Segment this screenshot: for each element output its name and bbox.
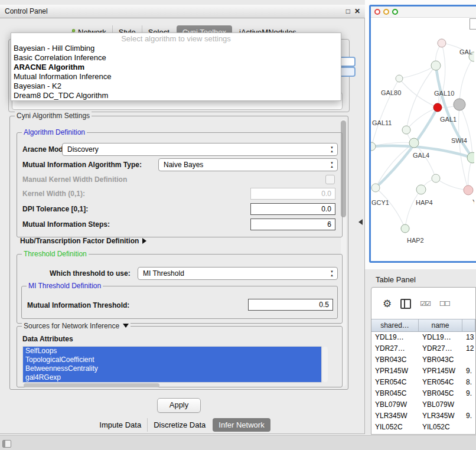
table-body: YDL19…YDL19…13YDR27…YDR27…12YBR043CYBR04… [371, 332, 475, 433]
table-cell: YLR345W [371, 410, 419, 422]
network-node[interactable] [402, 126, 410, 134]
network-window-titlebar [371, 6, 476, 18]
data-attribute-item[interactable]: BetweennessCentrality [23, 364, 321, 373]
network-node[interactable] [371, 142, 376, 151]
algorithm-menu-item[interactable]: Mutual Information Inference [11, 72, 341, 81]
algorithm-menu-item[interactable]: ARACNE Algorithm [11, 63, 341, 72]
dpi-tolerance-field[interactable]: 0.0 [250, 203, 335, 215]
data-attributes-list: SelfLoopsTopologicalCoefficientBetweenne… [22, 346, 322, 383]
gear-icon[interactable]: ⚙ [383, 299, 392, 309]
kernel-width-field[interactable]: 0.0 [250, 188, 335, 200]
bottom-tab-infer-network[interactable]: Infer Network [213, 418, 270, 432]
algorithm-definition-title: Algorithm Definition [22, 128, 87, 136]
restore-icon[interactable]: □ [346, 7, 350, 15]
mi-type-combo[interactable]: Naive Bayes [158, 158, 338, 171]
table-cell: YER054C [419, 377, 462, 388]
attr-list-scrollbar-track[interactable] [322, 347, 328, 382]
table-cell: YDR27… [419, 343, 462, 354]
table-cell: YDL19… [371, 332, 419, 343]
cyni-settings-title: Cyni Algorithm Settings [15, 112, 92, 120]
data-attribute-item[interactable]: gal4RGexp [23, 373, 321, 382]
table-row[interactable]: YPR145WYPR145W9. [371, 366, 475, 377]
network-node[interactable] [454, 99, 465, 110]
algorithm-menu-items: Bayesian - Hill ClimbingBasic Correlatio… [11, 44, 341, 100]
table-cell: YPR145W [419, 366, 462, 377]
panel-collapse-arrow-icon[interactable] [358, 219, 363, 225]
network-node[interactable] [464, 185, 473, 195]
table-cell: 9. [462, 366, 475, 377]
algorithm-menu-item[interactable]: Bayesian - Hill Climbing [11, 44, 341, 53]
data-attributes-label: Data Attributes [22, 335, 73, 343]
aracne-mode-combo[interactable]: Discovery [62, 143, 338, 156]
network-node[interactable] [409, 138, 419, 148]
network-node[interactable] [371, 184, 380, 192]
algorithm-menu-item[interactable]: Basic Correlation Inference [11, 53, 341, 63]
table-cell: YLR345W [419, 410, 462, 422]
table-row[interactable]: YLR345WYLR345W9. [371, 410, 475, 422]
control-panel-title: Control Panel [5, 7, 48, 15]
network-node[interactable] [432, 174, 440, 182]
network-node[interactable] [396, 75, 403, 82]
network-node-label: GAL80 [381, 89, 401, 96]
network-window-widget[interactable] [470, 18, 476, 30]
close-traffic-light[interactable] [374, 9, 380, 15]
zoom-traffic-light[interactable] [392, 9, 398, 15]
mi-threshold-label: Mutual Information Threshold: [27, 301, 129, 309]
table-cell: YBR045C [371, 388, 419, 399]
hub-section-header[interactable]: Hub/Transcription Factor Definition [20, 237, 146, 245]
network-edge [376, 188, 405, 229]
network-svg[interactable]: GALGAL80GAL10GAL11GAL1SWI4GAL4GCY1HAP4YH… [371, 18, 474, 261]
network-node[interactable] [438, 39, 446, 47]
table-cell: YER054C [371, 377, 419, 388]
manual-kernel-label: Manual Kernel Width Definition [22, 175, 127, 184]
table-row[interactable]: YBR043CYBR043C [371, 354, 475, 366]
attr-list-hscrollbar-thumb[interactable] [24, 383, 159, 387]
network-node[interactable] [433, 103, 442, 112]
sources-title: Sources for Network Inference [24, 322, 119, 330]
which-threshold-combo[interactable]: MI Threshold [138, 267, 338, 280]
panel-dock-icon[interactable] [2, 440, 11, 448]
table-column-header[interactable]: name [419, 319, 462, 331]
select-all-columns-icon[interactable]: ☑☑ [420, 300, 431, 308]
network-node[interactable] [416, 185, 426, 194]
table-row[interactable]: YIL052CYIL052C [371, 422, 475, 433]
apply-button[interactable]: Apply [157, 398, 201, 413]
table-row[interactable]: YER054CYER054C8. [371, 377, 475, 388]
mi-type-label: Mutual Information Algorithm Type: [22, 161, 142, 169]
mi-threshold-field[interactable]: 0.5 [248, 299, 333, 311]
manual-kernel-checkbox[interactable] [325, 175, 335, 184]
dpi-tolerance-label: DPI Tolerance [0,1]: [22, 205, 88, 213]
table-row[interactable]: YBL079WYBL079W [371, 399, 475, 410]
algorithm-menu-item[interactable]: Dream8 DC_TDC Algorithm [11, 91, 341, 100]
network-node[interactable] [431, 61, 441, 70]
table-column-header[interactable] [462, 319, 475, 331]
table-cell: YBR043C [419, 354, 462, 366]
deselect-all-columns-icon[interactable]: ☐☐ [439, 300, 450, 308]
table-cell: YIL052C [419, 422, 462, 433]
columns-icon[interactable] [400, 299, 411, 309]
network-node-label: HAP2 [407, 237, 424, 244]
network-node-label: HAP4 [416, 199, 433, 206]
table-row[interactable]: YBR045CYBR045C9. [371, 388, 475, 399]
control-panel-titlebar: Control Panel □ ✕ [0, 5, 365, 18]
bottom-tab-discretize-data[interactable]: Discretize Data [147, 418, 211, 432]
sources-section-header[interactable]: Sources for Network Inference [22, 322, 131, 330]
table-column-header[interactable]: shared… [371, 319, 419, 331]
network-node-label: GAL11 [372, 119, 392, 126]
network-node-label: Y [472, 198, 474, 206]
data-attribute-item[interactable]: TopologicalCoefficient [23, 356, 321, 364]
bottom-tab-impute-data-label: Impute Data [99, 420, 141, 429]
algorithm-menu-item[interactable]: Bayesian - K2 [11, 81, 341, 91]
table-row[interactable]: YDR27…YDR27…12 [371, 343, 475, 354]
network-node-label: GAL4 [413, 152, 429, 159]
minimize-traffic-light[interactable] [383, 9, 389, 15]
data-attribute-item[interactable]: SelfLoops [23, 347, 321, 356]
table-cell: YBL079W [371, 399, 419, 410]
table-cell: 13 [462, 332, 475, 343]
table-row[interactable]: YDL19…YDL19…13 [371, 332, 475, 343]
bottom-tab-impute-data[interactable]: Impute Data [93, 418, 147, 432]
close-icon[interactable]: ✕ [354, 7, 360, 15]
network-node[interactable] [401, 224, 409, 233]
mi-steps-field[interactable]: 6 [250, 219, 335, 230]
network-node-label: SWI4 [451, 137, 467, 144]
